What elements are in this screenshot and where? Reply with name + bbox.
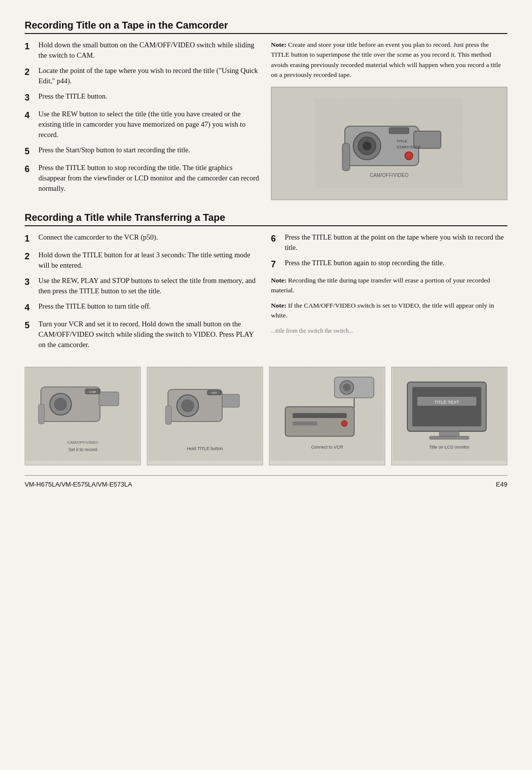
- step-item: 3 Press the TITLE button.: [25, 91, 261, 104]
- svg-point-15: [54, 398, 67, 411]
- section2-steps-list-right: 6 Press the TITLE button at the point on…: [271, 232, 507, 271]
- bottom-diagram-2: Hold TITLE button OFF: [147, 367, 263, 465]
- svg-text:CAM: CAM: [89, 390, 96, 393]
- bottom-diagrams-grid: Set it to record CAM/OFF/VIDEO CAM: [25, 367, 507, 465]
- note-label: Note:: [271, 41, 286, 48]
- step-number: 4: [25, 109, 35, 122]
- svg-rect-26: [222, 394, 239, 407]
- step-item: 7 Press the TITLE button again to stop r…: [271, 258, 507, 271]
- section2-note1: Note: Recording the title during tape tr…: [271, 276, 507, 296]
- step-text: Hold down the small button on the CAM/OF…: [38, 40, 261, 61]
- step-item: 4 Press the TITLE button to turn title o…: [25, 301, 261, 314]
- note-label: Note:: [271, 302, 286, 309]
- step-item: 5 Turn your VCR and set it to record. Ho…: [25, 319, 261, 350]
- step-item: 1 Connect the camcorder to the VCR (p50)…: [25, 232, 261, 245]
- bottom-diagrams-row: Set it to record CAM/OFF/VIDEO CAM: [25, 367, 507, 465]
- step-number: 6: [271, 232, 282, 245]
- step-number: 6: [25, 163, 35, 175]
- svg-text:CAM/OFF/VIDEO: CAM/OFF/VIDEO: [370, 173, 409, 178]
- section2-steps-left: 1 Connect the camcorder to the VCR (p50)…: [25, 232, 261, 355]
- bottom-diagram-3: Connect to VCR: [269, 367, 385, 465]
- step-number: 2: [25, 66, 35, 78]
- step-number: 5: [25, 145, 35, 158]
- svg-point-5: [363, 141, 371, 150]
- svg-rect-8: [389, 128, 409, 134]
- diagram-svg-1: Set it to record CAM/OFF/VIDEO CAM: [25, 367, 140, 461]
- model-line: VM-H675LA/VM-E575LA/VM-E573LA: [25, 481, 132, 488]
- svg-text:Title on LCD monitor: Title on LCD monitor: [429, 445, 469, 450]
- svg-rect-47: [430, 436, 469, 439]
- svg-rect-6: [342, 143, 350, 171]
- step-text: Turn your VCR and set it to record. Hold…: [38, 319, 261, 350]
- step-text: Press the TITLE button to stop recording…: [38, 163, 261, 194]
- svg-rect-46: [439, 431, 459, 436]
- step-text: Press the TITLE button at the point on t…: [285, 232, 507, 253]
- step-number: 5: [25, 319, 35, 332]
- svg-rect-17: [38, 404, 44, 424]
- svg-point-35: [341, 420, 347, 426]
- step-number: 1: [25, 40, 35, 53]
- bottom-diagram-4: TITLE TEXT Title on LCD monitor: [391, 367, 507, 465]
- step-number: 1: [25, 232, 35, 245]
- step-item: 2 Locate the point of the tape where you…: [25, 66, 261, 86]
- note-text: Recording the title during tape transfer…: [271, 277, 490, 294]
- bottom-diagram-1: Set it to record CAM/OFF/VIDEO CAM: [25, 367, 141, 465]
- section1-title: Recording Title on a Tape in the Camcord…: [25, 20, 507, 34]
- section2: Recording a Title while Transferring a T…: [25, 212, 507, 355]
- step-item: 3 Use the REW, PLAY and STOP buttons to …: [25, 276, 261, 296]
- diagram-svg-3: Connect to VCR: [269, 367, 385, 461]
- section2-title: Recording a Title while Transferring a T…: [25, 212, 507, 226]
- svg-text:TITLE TEXT: TITLE TEXT: [434, 400, 459, 405]
- svg-text:OFF: OFF: [211, 391, 217, 394]
- step-item: 1 Hold down the small button on the CAM/…: [25, 40, 261, 61]
- svg-rect-27: [166, 406, 171, 424]
- svg-text:TITLE: TITLE: [397, 139, 407, 143]
- svg-rect-34: [293, 421, 317, 425]
- step-text: Use the REW, PLAY and STOP buttons to se…: [38, 276, 261, 296]
- svg-rect-43: [412, 387, 481, 426]
- step-item: 5 Press the Start/Stop button to start r…: [25, 145, 261, 158]
- section1-note: Note: Create and store your title before…: [271, 40, 507, 80]
- svg-rect-16: [99, 392, 119, 406]
- section1-steps-left: 1 Hold down the small button on the CAM/…: [25, 40, 261, 200]
- section2-steps-list-left: 1 Connect the camcorder to the VCR (p50)…: [25, 232, 261, 350]
- step-number: 3: [25, 276, 35, 288]
- section1-steps-list: 1 Hold down the small button on the CAM/…: [25, 40, 261, 194]
- step-text: Connect the camcorder to the VCR (p50).: [38, 232, 261, 243]
- step-number: 3: [25, 91, 35, 104]
- step-text: Press the TITLE button again to stop rec…: [285, 258, 507, 268]
- section2-right: 6 Press the TITLE button at the point on…: [271, 232, 507, 355]
- step-number: 4: [25, 301, 35, 314]
- step-text: Press the TITLE button to turn title off…: [38, 301, 261, 312]
- page-number: E49: [496, 481, 507, 488]
- step-item: 4 Use the REW button to select the title…: [25, 109, 261, 140]
- step-item: 2 Hold down the TITLE button for at leas…: [25, 250, 261, 271]
- step-item: 6 Press the TITLE button to stop recordi…: [25, 163, 261, 194]
- svg-text:CAM/OFF/VIDEO: CAM/OFF/VIDEO: [67, 440, 98, 445]
- diagram-svg-2: Hold TITLE button OFF: [147, 367, 263, 461]
- page: Recording Title on a Tape in the Camcord…: [0, 0, 532, 770]
- note-label: Note:: [271, 277, 286, 284]
- step-item: 6 Press the TITLE button at the point on…: [271, 232, 507, 253]
- section1: Recording Title on a Tape in the Camcord…: [25, 20, 507, 200]
- step-text: Press the TITLE button.: [38, 91, 261, 102]
- step-text: Hold down the TITLE button for at least …: [38, 250, 261, 271]
- step-number: 2: [25, 250, 35, 263]
- svg-point-39: [343, 384, 351, 391]
- step-text: Locate the point of the tape where you w…: [38, 66, 261, 86]
- camcorder-svg: CAM/OFF/VIDEO TITLE START/STOP: [315, 99, 463, 188]
- svg-text:START/STOP: START/STOP: [397, 145, 421, 149]
- note-text: Create and store your title before an ev…: [271, 41, 501, 78]
- section1-right: Note: Create and store your title before…: [271, 40, 507, 200]
- section2-note2: Note: If the CAM/OFF/VIDEO switch is set…: [271, 301, 507, 321]
- svg-rect-33: [293, 413, 347, 418]
- footer: VM-H675LA/VM-E575LA/VM-E573LA E49: [25, 475, 507, 488]
- svg-text:Hold TITLE button: Hold TITLE button: [187, 446, 223, 451]
- camcorder-diagram: CAM/OFF/VIDEO TITLE START/STOP: [271, 87, 507, 200]
- step-text: Use the REW button to select the title (…: [38, 109, 261, 140]
- svg-text:Set it to record: Set it to record: [68, 447, 98, 452]
- right-faded-text: ...title from the switch the switch...: [271, 326, 507, 336]
- diagram-svg-4: TITLE TEXT Title on LCD monitor: [392, 367, 507, 461]
- svg-text:Connect to VCR: Connect to VCR: [311, 445, 343, 450]
- note-text: If the CAM/OFF/VIDEO switch is set to VI…: [271, 302, 494, 319]
